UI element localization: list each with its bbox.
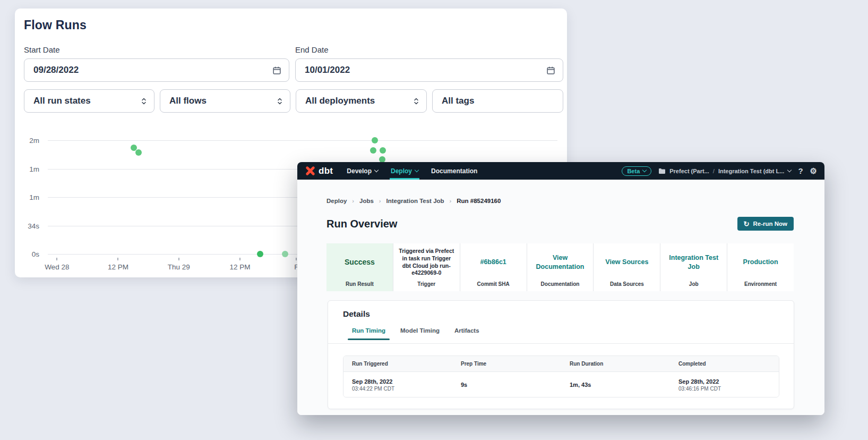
- breadcrumb-job-name[interactable]: Integration Test Job: [386, 198, 444, 204]
- dbt-top-nav: dbt Develop Deploy Documentation Beta: [297, 162, 824, 180]
- run-states-value: All run states: [33, 96, 141, 106]
- run-states-select[interactable]: All run states: [24, 89, 154, 113]
- rerun-now-label: Re-run Now: [753, 221, 787, 227]
- updown-chevron-icon: [141, 97, 147, 106]
- completed-time: 03:46:16 PM CDT: [678, 386, 779, 392]
- x-axis-tick-label: 12 PM: [229, 263, 250, 271]
- cell-completed: Sep 28th, 2022 03:46:16 PM CDT: [670, 378, 779, 392]
- dbt-logo-text: dbt: [319, 166, 333, 176]
- trigger-value: Triggered via Prefect in task run Trigge…: [398, 243, 456, 281]
- cell-run-triggered: Sep 28th, 2022 03:44:22 PM CDT: [343, 378, 452, 392]
- chevron-down-icon: [787, 168, 792, 172]
- project-name: Prefect (Part...: [669, 168, 709, 174]
- documentation-caption: Documentation: [541, 281, 580, 287]
- nav-deploy-label: Deploy: [391, 167, 412, 175]
- project-selector[interactable]: Prefect (Part... / Integration Test (dbt…: [658, 168, 791, 174]
- flow-run-point[interactable]: [135, 149, 142, 156]
- project-separator: /: [713, 168, 715, 174]
- dbt-logo-icon: [305, 165, 316, 176]
- run-timing-table: Run Triggered Prep Time Run Duration Com…: [343, 356, 779, 397]
- flow-runs-title: Flow Runs: [24, 18, 87, 32]
- flow-run-point[interactable]: [370, 147, 376, 154]
- status-card-run-result: Success Run Result: [326, 243, 393, 291]
- run-status-cards: Success Run Result Triggered via Prefect…: [326, 243, 794, 291]
- header-run-duration: Run Duration: [561, 361, 670, 367]
- x-axis-tick-label: 12 PM: [108, 263, 128, 271]
- tags-value: All tags: [442, 96, 556, 106]
- beta-dropdown[interactable]: Beta: [622, 166, 651, 176]
- help-icon[interactable]: ?: [798, 167, 803, 175]
- y-axis-tick-label: 2m: [29, 137, 39, 145]
- nav-documentation[interactable]: Documentation: [431, 162, 477, 180]
- header-completed: Completed: [670, 361, 779, 367]
- x-axis-tick-label: Wed 28: [45, 263, 69, 271]
- dbt-content: Deploy › Jobs › Integration Test Job › R…: [297, 180, 824, 415]
- table-row: Sep 28th, 2022 03:44:22 PM CDT 9s 1m, 43…: [343, 372, 779, 397]
- breadcrumb: Deploy › Jobs › Integration Test Job › R…: [326, 198, 501, 204]
- breadcrumb-current-run: Run #85249160: [457, 198, 501, 204]
- run-triggered-date: Sep 28th, 2022: [352, 378, 452, 385]
- trigger-caption: Trigger: [417, 281, 435, 287]
- calendar-icon: [272, 66, 281, 75]
- flow-run-point[interactable]: [372, 137, 378, 143]
- prep-time-value: 9s: [461, 382, 561, 388]
- environment-link[interactable]: Production: [743, 243, 778, 281]
- status-card-environment: Production Environment: [727, 243, 794, 291]
- updown-chevron-icon: [277, 97, 283, 106]
- details-title: Details: [343, 309, 370, 319]
- job-link[interactable]: Integration Test Job: [665, 243, 723, 281]
- end-date-value: 10/01/2022: [305, 65, 546, 75]
- y-axis-tick-label: 0s: [32, 250, 39, 258]
- completed-date: Sep 28th, 2022: [678, 378, 779, 385]
- start-date-input[interactable]: 09/28/2022: [24, 58, 289, 82]
- status-card-trigger: Triggered via Prefect in task run Trigge…: [393, 243, 460, 291]
- updown-chevron-icon: [413, 97, 419, 106]
- tab-artifacts[interactable]: Artifacts: [454, 327, 479, 340]
- dbt-cloud-window: dbt Develop Deploy Documentation Beta: [297, 162, 824, 415]
- breadcrumb-separator: ›: [379, 198, 381, 204]
- breadcrumb-jobs[interactable]: Jobs: [359, 198, 374, 204]
- y-axis-tick-label: 1m: [29, 165, 39, 173]
- dbt-logo[interactable]: dbt: [305, 165, 333, 176]
- run-result-value: Success: [345, 243, 375, 281]
- data-sources-caption: Data Sources: [610, 281, 644, 287]
- flow-run-point[interactable]: [380, 147, 386, 154]
- x-axis-tick-label: Thu 29: [168, 263, 190, 271]
- tab-run-timing[interactable]: Run Timing: [352, 327, 385, 340]
- desktop: Flow Runs Start Date End Date 09/28/2022…: [0, 0, 868, 440]
- run-result-caption: Run Result: [346, 281, 374, 287]
- view-documentation-link[interactable]: View Documentation: [531, 243, 589, 281]
- breadcrumb-separator: ›: [450, 198, 452, 204]
- details-tabs: Run Timing Model Timing Artifacts: [352, 327, 479, 340]
- tabs-divider: [328, 343, 794, 344]
- flows-select[interactable]: All flows: [160, 89, 290, 113]
- nav-deploy[interactable]: Deploy: [391, 162, 418, 180]
- start-date-value: 09/28/2022: [33, 65, 272, 75]
- y-axis-tick-label: 1m: [29, 193, 39, 201]
- nav-develop[interactable]: Develop: [347, 162, 378, 180]
- flow-chart-ylabels: 2m1m1m34s0s: [15, 140, 41, 254]
- breadcrumb-deploy[interactable]: Deploy: [326, 198, 347, 204]
- tags-select[interactable]: All tags: [432, 89, 563, 113]
- tab-model-timing[interactable]: Model Timing: [400, 327, 440, 340]
- job-caption: Job: [689, 281, 699, 287]
- refresh-icon: ↻: [744, 221, 750, 227]
- commit-sha-link[interactable]: #6b86c1: [480, 243, 506, 281]
- status-card-documentation: View Documentation Documentation: [527, 243, 594, 291]
- gear-icon[interactable]: ⚙: [810, 167, 817, 175]
- chart-gridline: [48, 140, 557, 141]
- end-date-input[interactable]: 10/01/2022: [295, 58, 563, 82]
- view-sources-link[interactable]: View Sources: [605, 243, 648, 281]
- environment-name: Integration Test (dbt L...: [718, 168, 784, 174]
- end-date-label: End Date: [295, 45, 329, 54]
- nav-documentation-label: Documentation: [431, 167, 477, 175]
- chevron-down-icon: [415, 168, 419, 172]
- rerun-now-button[interactable]: ↻ Re-run Now: [737, 217, 794, 231]
- flow-run-point[interactable]: [282, 251, 288, 257]
- flow-run-point[interactable]: [257, 251, 263, 257]
- breadcrumb-separator: ›: [352, 198, 354, 204]
- status-card-data-sources: View Sources Data Sources: [593, 243, 660, 291]
- deployments-select[interactable]: All deployments: [296, 89, 427, 113]
- folder-icon: [658, 168, 666, 174]
- page-title: Run Overview: [326, 218, 397, 230]
